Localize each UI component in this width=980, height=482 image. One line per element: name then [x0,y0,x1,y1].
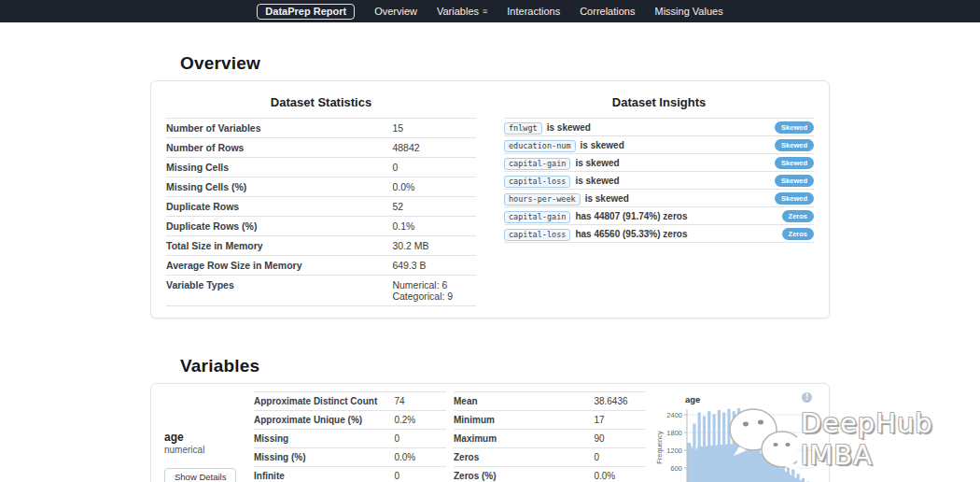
stat-value: 48842 [392,138,476,158]
insight-row: fnlwgtis skewedSkewed [504,118,814,135]
histogram-bar [752,419,755,482]
histogram-bar [757,424,760,482]
top-navbar: DataPrep Report OverviewVariables≡Intera… [0,0,980,22]
insight-text: capital-lossis skewed [504,176,620,186]
skewed-badge: Skewed [775,121,814,134]
insight-text: fnlwgtis skewed [504,122,591,133]
stat-label: Number of Variables [166,119,392,138]
skewed-badge: Skewed [775,192,814,205]
table-row: Missing0 [254,430,446,448]
histogram-bar [713,414,716,482]
stat-value: 0.0% [394,448,446,467]
variable-type: numerical [164,445,254,455]
brand-button[interactable]: DataPrep Report [257,4,355,20]
insight-text: capital-gainhas 44807 (91.74%) zeros [504,211,688,221]
stat-value: 74 [394,392,446,411]
insight-description: is skewed [547,122,591,133]
stat-value: 15 [392,119,476,138]
stat-value: 649.3 B [392,256,476,276]
insight-description: has 46560 (95.33%) zeros [575,229,687,239]
variable-stats-right: Mean38.6436Minimum17Maximum90Zeros0Zeros… [454,391,646,482]
histogram-bar [791,469,794,482]
table-row: Mean38.6436 [454,392,646,411]
stat-value: 0 [392,158,476,177]
histogram-bar [797,474,800,482]
table-row: Number of Rows48842 [166,138,476,158]
info-icon[interactable]: ! [802,392,812,403]
stat-label: Zeros [454,448,594,467]
histogram-bar [737,408,740,482]
stat-label: Total Size in Memory [166,236,392,256]
stat-value: 0.2% [394,411,446,430]
variable-row-age: age numerical Show Details Approximate D… [164,384,816,482]
stat-value: 0 [394,430,446,448]
stat-label: Approximate Distinct Count [254,392,394,411]
show-details-button[interactable]: Show Details [164,468,236,482]
variable-code-pill: capital-loss [504,229,570,241]
variable-stats-left-table: Approximate Distinct Count74Approximate … [254,391,446,482]
y-tick-label: 1200 [666,447,682,455]
stat-value: 0.0% [594,467,646,482]
variables-card: age numerical Show Details Approximate D… [150,383,830,482]
stat-label: Missing Cells [166,158,392,177]
nav-item-label: Variables [437,6,479,17]
histogram-bar [742,413,745,482]
histogram-bar [777,451,779,482]
histogram-bar [782,457,785,482]
histogram-bar [787,463,790,482]
stat-value: 30.2 MB [392,236,476,256]
y-tick-label: 1800 [666,429,682,437]
y-axis-label: Frequency [655,431,664,464]
dataset-insights-list: fnlwgtis skewedSkewededucation-numis ske… [504,118,814,243]
nav-item-overview[interactable]: Overview [374,6,417,17]
nav-item-variables[interactable]: Variables≡ [437,6,487,17]
dataset-insights-panel: Dataset Insights fnlwgtis skewedSkeweded… [504,85,814,306]
stat-value: 90 [594,430,646,448]
insight-description: is skewed [575,158,619,168]
variable-code-pill: capital-loss [504,176,570,188]
insight-text: education-numis skewed [504,140,624,150]
skewed-badge: Skewed [775,157,814,169]
table-row: Zeros0 [454,448,646,467]
age-histogram-chart[interactable]: 060012001800240020406080ageFrequency [653,404,818,482]
variable-code-pill: capital-gain [504,158,570,170]
stat-label: Zeros (%) [454,467,594,482]
stat-label: Number of Rows [166,138,392,158]
table-row: Minimum17 [454,411,646,430]
stat-label: Approximate Unique (%) [254,411,394,430]
stat-label: Duplicate Rows [166,197,392,217]
dataprep-report-page: DataPrep Report OverviewVariables≡Intera… [0,0,980,482]
histogram-bar [748,417,750,482]
skewed-badge: Skewed [775,139,814,151]
table-row: Duplicate Rows (%)0.1% [166,217,476,236]
histogram-bar [802,478,805,482]
dataset-insights-title: Dataset Insights [504,95,814,109]
variable-code-pill: hours-per-week [504,193,581,206]
insight-row: education-numis skewedSkewed [504,135,814,153]
nav-item-missing-values[interactable]: Missing Values [654,6,722,17]
histogram-bar [688,443,691,482]
skewed-badge: Skewed [775,175,814,187]
variable-stats-left: Approximate Distinct Count74Approximate … [254,391,446,482]
insight-text: capital-losshas 46560 (95.33%) zeros [504,229,688,239]
table-row: Number of Variables15 [166,119,476,138]
histogram-bar [722,413,725,482]
insight-description: has 44807 (91.74%) zeros [575,211,687,221]
stat-label: Mean [454,392,594,411]
variable-code-pill: education-num [504,140,576,152]
histogram-bar [707,411,710,482]
table-row: Approximate Unique (%)0.2% [254,411,446,430]
table-row: Zeros (%)0.0% [454,467,646,482]
dataset-statistics-title: Dataset Statistics [166,95,476,109]
nav-item-correlations[interactable]: Correlations [580,6,635,17]
variable-stats-right-table: Mean38.6436Minimum17Maximum90Zeros0Zeros… [454,391,646,482]
stat-value: 0 [594,448,646,467]
overview-heading: Overview [150,22,830,80]
nav-item-label: Interactions [507,6,560,17]
histogram-bar [718,410,721,482]
nav-item-label: Missing Values [654,6,722,17]
insight-description: is skewed [575,176,619,186]
nav-item-interactions[interactable]: Interactions [507,6,560,17]
table-row: Total Size in Memory30.2 MB [166,236,476,256]
stat-label: Missing Cells (%) [166,177,392,197]
